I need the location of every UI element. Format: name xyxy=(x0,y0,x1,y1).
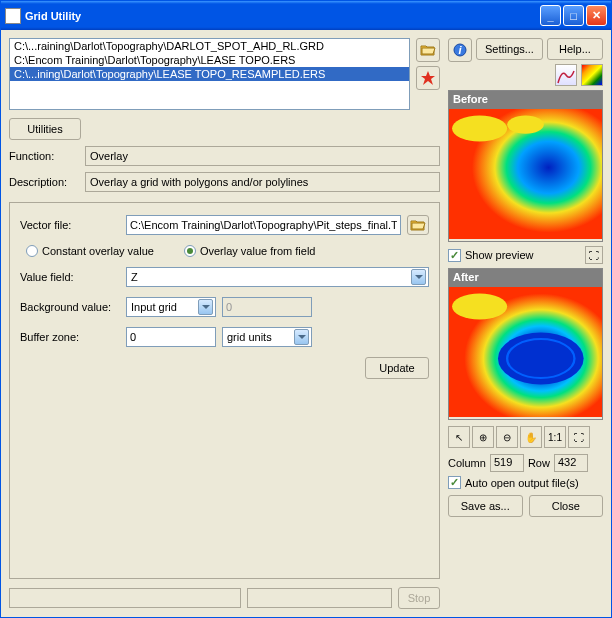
radio-label: Constant overlay value xyxy=(42,245,154,257)
stop-button: Stop xyxy=(398,587,440,609)
background-value-label: Background value: xyxy=(20,301,120,313)
progress-bar xyxy=(9,588,241,608)
auto-open-label: Auto open output file(s) xyxy=(465,477,579,489)
zoom-fit-button[interactable]: ⛶ xyxy=(568,426,590,448)
svg-point-7 xyxy=(498,333,584,385)
chevron-down-icon xyxy=(294,329,309,345)
settings-button[interactable]: Settings... xyxy=(476,38,543,60)
colormap-swatch[interactable] xyxy=(581,64,603,86)
file-list-item[interactable]: C:\...ining\Darlot\Topography\LEASE TOPO… xyxy=(10,67,409,81)
burst-icon xyxy=(420,70,436,86)
radio-label: Overlay value from field xyxy=(200,245,316,257)
buffer-zone-input[interactable] xyxy=(126,327,216,347)
info-icon: i xyxy=(452,42,468,58)
buffer-units-combo[interactable]: grid units xyxy=(222,327,312,347)
buffer-zone-label: Buffer zone: xyxy=(20,331,120,343)
auto-open-checkbox[interactable]: Auto open output file(s) xyxy=(448,476,603,489)
checkbox-icon xyxy=(448,249,461,262)
folder-open-icon xyxy=(410,217,426,233)
svg-point-4 xyxy=(452,116,507,142)
pan-button[interactable]: ✋ xyxy=(520,426,542,448)
description-value: Overlay a grid with polygons and/or poly… xyxy=(85,172,440,192)
pointer-button[interactable]: ↖ xyxy=(448,426,470,448)
function-label: Function: xyxy=(9,150,79,162)
combo-text: Z xyxy=(131,271,411,283)
value-field-label: Value field: xyxy=(20,271,120,283)
open-file-button[interactable] xyxy=(416,38,440,62)
chevron-down-icon xyxy=(198,299,213,315)
svg-point-5 xyxy=(507,116,544,134)
function-value: Overlay xyxy=(85,146,440,166)
zoom-in-button[interactable]: ⊕ xyxy=(472,426,494,448)
info-button[interactable]: i xyxy=(448,38,472,62)
vector-file-input[interactable] xyxy=(126,215,401,235)
status-box xyxy=(247,588,392,608)
before-preview: Before xyxy=(448,90,603,242)
radio-icon xyxy=(26,245,38,257)
column-label: Column xyxy=(448,457,486,469)
histogram-icon xyxy=(556,65,576,85)
after-preview: After xyxy=(448,268,603,420)
file-list-item[interactable]: C:\Encom Training\Darlot\Topography\LEAS… xyxy=(10,53,409,67)
save-as-button[interactable]: Save as... xyxy=(448,495,523,517)
checkbox-icon xyxy=(448,476,461,489)
window-title: Grid Utility xyxy=(25,10,540,22)
browse-vector-button[interactable] xyxy=(407,215,429,235)
before-header: Before xyxy=(449,91,602,109)
combo-text: grid units xyxy=(227,331,294,343)
svg-marker-0 xyxy=(421,71,435,85)
minimize-button[interactable]: _ xyxy=(540,5,561,26)
chevron-down-icon xyxy=(411,269,426,285)
close-window-button[interactable]: ✕ xyxy=(586,5,607,26)
before-image xyxy=(449,109,602,239)
value-field-combo[interactable]: Z xyxy=(126,267,429,287)
help-button[interactable]: Help... xyxy=(547,38,603,60)
show-preview-label: Show preview xyxy=(465,249,533,261)
after-image xyxy=(449,287,602,417)
histogram-swatch[interactable] xyxy=(555,64,577,86)
description-label: Description: xyxy=(9,176,79,188)
row-value: 432 xyxy=(554,454,588,472)
expand-preview-button[interactable]: ⛶ xyxy=(585,246,603,264)
utilities-button[interactable]: Utilities xyxy=(9,118,81,140)
column-value: 519 xyxy=(490,454,524,472)
file-list[interactable]: C:\...raining\Darlot\Topography\DARLOT_S… xyxy=(9,38,410,110)
close-button[interactable]: Close xyxy=(529,495,604,517)
vector-file-label: Vector file: xyxy=(20,219,120,231)
show-preview-checkbox[interactable]: Show preview xyxy=(448,249,533,262)
titlebar: Grid Utility _ □ ✕ xyxy=(1,1,611,30)
background-number-input xyxy=(222,297,312,317)
radio-constant-overlay[interactable]: Constant overlay value xyxy=(26,245,154,257)
after-header: After xyxy=(449,269,602,287)
file-list-item[interactable]: C:\...raining\Darlot\Topography\DARLOT_S… xyxy=(10,39,409,53)
radio-overlay-from-field[interactable]: Overlay value from field xyxy=(184,245,316,257)
zoom-out-button[interactable]: ⊖ xyxy=(496,426,518,448)
zoom-1to1-button[interactable]: 1:1 xyxy=(544,426,566,448)
update-button[interactable]: Update xyxy=(365,357,429,379)
combo-text: Input grid xyxy=(131,301,198,313)
parameters-panel: Vector file: Constant overlay value Over… xyxy=(9,202,440,579)
row-label: Row xyxy=(528,457,550,469)
remove-file-button[interactable] xyxy=(416,66,440,90)
app-icon xyxy=(5,8,21,24)
background-value-combo[interactable]: Input grid xyxy=(126,297,216,317)
maximize-button[interactable]: □ xyxy=(563,5,584,26)
radio-icon xyxy=(184,245,196,257)
folder-open-icon xyxy=(420,42,436,58)
svg-point-9 xyxy=(452,294,507,320)
